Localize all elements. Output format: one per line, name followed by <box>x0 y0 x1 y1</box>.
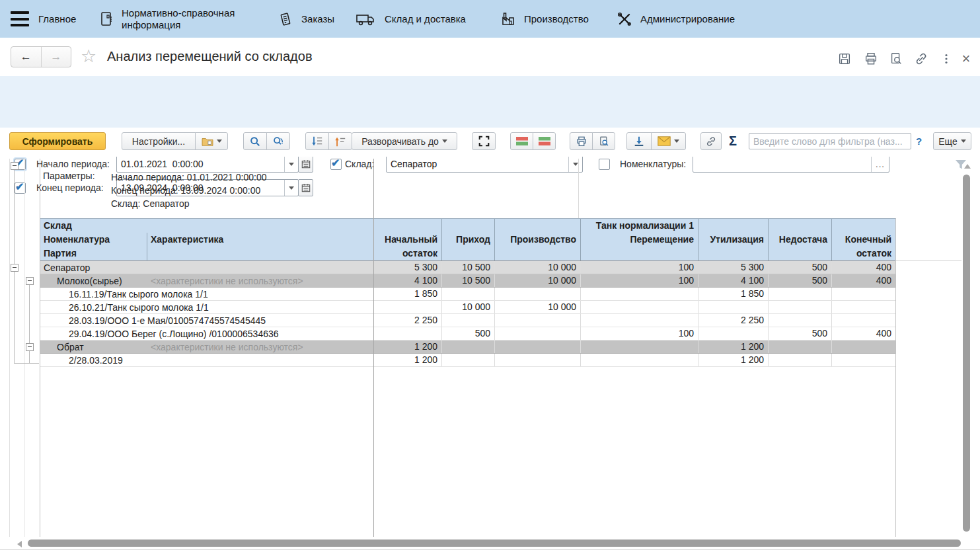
warehouse-checkbox[interactable] <box>330 159 342 170</box>
positive-green-button[interactable] <box>533 132 556 150</box>
cell-value[interactable]: 100 <box>580 274 698 287</box>
table-row[interactable]: 29.04.19/ООО Берег (с.Лощино) /010000653… <box>40 327 895 340</box>
header-cell[interactable]: Начальныйостаток <box>373 219 441 260</box>
warehouse-input[interactable] <box>387 156 568 172</box>
search-button[interactable] <box>243 132 267 150</box>
fullscreen-button[interactable] <box>472 132 496 150</box>
cell-value[interactable] <box>768 314 831 327</box>
cell-value[interactable] <box>494 327 580 340</box>
cell-value[interactable]: 500 <box>768 327 831 340</box>
more-dots-icon[interactable] <box>938 51 954 67</box>
print-report-button[interactable] <box>570 132 593 150</box>
row-label-cell[interactable]: Сепаратор <box>40 261 373 274</box>
cell-value[interactable]: 10 000 <box>494 261 580 274</box>
cell-value[interactable] <box>494 288 580 300</box>
header-group-cell[interactable]: Склад Номенклатура Партия Характеристика <box>40 219 373 260</box>
print-icon[interactable] <box>863 51 879 67</box>
cell-value[interactable]: 10 500 <box>441 274 494 287</box>
row-label-cell[interactable]: 29.04.19/ООО Берег (с.Лощино) /010000653… <box>40 327 373 340</box>
cell-value[interactable]: 4 100 <box>373 274 441 287</box>
vertical-scrollbar[interactable] <box>963 175 970 532</box>
header-cell[interactable]: Танк нормализации 1Перемещение <box>580 219 698 260</box>
row-label-cell[interactable]: 16.11.19/Танк сырого молока 1/1 <box>40 288 373 300</box>
cell-value[interactable]: 10 000 <box>441 301 494 313</box>
close-icon[interactable]: × <box>958 51 974 67</box>
collapse-toggle[interactable] <box>11 264 19 272</box>
cell-value[interactable] <box>441 354 494 366</box>
table-row[interactable]: 26.10.21/Танк сырого молока 1/110 00010 … <box>40 301 895 314</box>
cell-value[interactable] <box>768 301 831 313</box>
table-row[interactable]: Сепаратор5 30010 50010 0001005 300500400 <box>40 261 895 274</box>
header-cell[interactable]: Производство <box>494 219 580 260</box>
cell-value[interactable]: 500 <box>768 261 831 274</box>
scroll-up-arrow[interactable] <box>964 164 971 169</box>
cell-value[interactable] <box>698 327 768 340</box>
cell-value[interactable]: 4 100 <box>698 274 768 287</box>
settings-button[interactable]: Настройки... <box>122 132 196 150</box>
cell-value[interactable]: 2 250 <box>698 314 768 327</box>
cell-value[interactable]: 10 500 <box>441 261 494 274</box>
cell-value[interactable]: 1 850 <box>698 288 768 300</box>
send-mail-button[interactable] <box>651 132 686 150</box>
cell-value[interactable] <box>494 314 580 327</box>
collapse-levels-button[interactable] <box>328 132 352 150</box>
cell-value[interactable]: 10 000 <box>494 274 580 287</box>
row-label-cell[interactable]: Обрат<характеристики не используются> <box>40 340 373 353</box>
cell-value[interactable] <box>441 340 494 353</box>
table-row[interactable]: 16.11.19/Танк сырого молока 1/11 8501 85… <box>40 288 895 301</box>
cell-value[interactable]: 5 300 <box>698 261 768 274</box>
header-cell[interactable]: Недостача <box>768 219 831 260</box>
nomenclature-input[interactable] <box>693 156 871 172</box>
hamburger-menu-icon[interactable] <box>11 11 29 26</box>
table-row[interactable]: 2/28.03.20191 2001 200 <box>40 354 895 367</box>
cell-value[interactable] <box>441 288 494 300</box>
chevron-down-icon[interactable] <box>284 180 298 196</box>
ellipsis-button[interactable]: ... <box>871 156 889 172</box>
cell-value[interactable]: 5 300 <box>373 261 441 274</box>
header-cell[interactable]: Конечныйостаток <box>831 219 895 260</box>
menu-item-main[interactable]: Главное <box>38 0 76 38</box>
cell-value[interactable]: 2 250 <box>373 314 441 327</box>
cell-value[interactable] <box>768 354 831 366</box>
chevron-down-icon[interactable] <box>568 156 582 172</box>
cell-value[interactable] <box>831 314 895 327</box>
row-label-cell[interactable]: Молоко(сырье)<характеристики не использу… <box>40 274 373 287</box>
cell-value[interactable]: 100 <box>580 261 698 274</box>
cell-value[interactable] <box>580 301 698 313</box>
report-variants-button[interactable] <box>195 132 228 150</box>
sum-sigma-button[interactable]: Σ <box>729 132 737 150</box>
cell-value[interactable]: 1 200 <box>373 340 441 353</box>
cell-value[interactable] <box>768 288 831 300</box>
cell-value[interactable] <box>831 340 895 353</box>
cell-value[interactable] <box>698 301 768 313</box>
cell-value[interactable]: 1 200 <box>698 340 768 353</box>
scroll-left-arrow[interactable] <box>17 541 22 547</box>
cell-value[interactable]: 1 200 <box>698 354 768 366</box>
save-icon[interactable] <box>837 51 852 67</box>
end-calendar-button[interactable] <box>298 179 313 196</box>
cell-value[interactable] <box>494 340 580 353</box>
collapse-toggle[interactable] <box>11 162 19 170</box>
horizontal-scrollbar[interactable] <box>28 540 961 547</box>
row-label-cell[interactable]: 28.03.19/ООО 1-е Мая/0100574745574545445 <box>40 314 373 327</box>
start-calendar-button[interactable] <box>298 155 313 173</box>
back-button[interactable]: ← <box>11 47 41 67</box>
print-preview-button[interactable] <box>592 132 615 150</box>
cell-value[interactable]: 400 <box>831 274 895 287</box>
forward-button[interactable]: → <box>41 47 71 67</box>
cell-value[interactable] <box>580 314 698 327</box>
cell-value[interactable]: 400 <box>831 327 895 340</box>
header-cell[interactable]: Утилизация <box>698 219 768 260</box>
save-file-button[interactable] <box>626 132 652 150</box>
cell-value[interactable] <box>441 314 494 327</box>
help-button[interactable]: ? <box>916 136 922 147</box>
cell-value[interactable]: 400 <box>831 261 895 274</box>
chevron-down-icon[interactable] <box>284 156 298 172</box>
collapse-toggle[interactable] <box>26 343 34 351</box>
print-preview-icon[interactable] <box>888 51 904 67</box>
expand-levels-button[interactable] <box>305 132 329 150</box>
quick-filter-input[interactable] <box>749 133 911 149</box>
menu-item-administration[interactable]: Администрирование <box>617 0 735 38</box>
menu-item-reference-info[interactable]: Нормативно-справочная информация <box>99 0 244 38</box>
negative-red-button[interactable] <box>510 132 533 150</box>
